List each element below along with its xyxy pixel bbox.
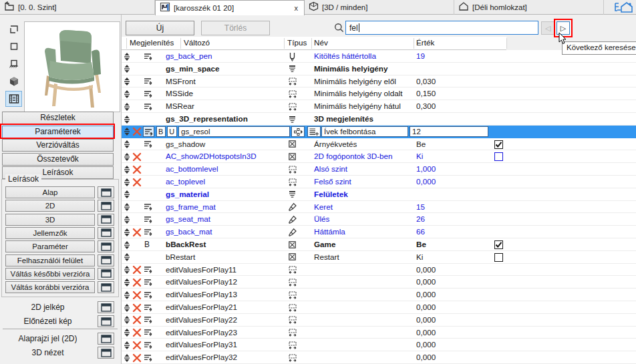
value-list-icon[interactable] — [307, 126, 321, 137]
delete-x-icon[interactable] — [132, 278, 142, 289]
script-button-3[interactable]: 3D — [5, 214, 95, 226]
open-window-button[interactable] — [98, 301, 114, 313]
display-icon[interactable] — [143, 202, 153, 212]
move-handle-icon[interactable] — [123, 353, 131, 364]
plan-2d-icon[interactable] — [5, 39, 22, 55]
integer-type-icon[interactable] — [291, 126, 305, 137]
display-name-input[interactable]: Ívek felbontása — [321, 126, 408, 137]
parameter-row[interactable]: gs_shadowÁrnyékvetésBe — [122, 138, 636, 151]
parameter-row[interactable]: BbBackRestGameBe — [122, 238, 636, 251]
move-handle-icon[interactable] — [123, 190, 131, 200]
parameter-row[interactable]: editValuesForPlay210,000 — [122, 301, 636, 314]
delete-x-icon[interactable] — [132, 353, 142, 364]
parameter-row[interactable]: ac_toplevelFelső szint0,000 — [122, 176, 636, 188]
display-icon[interactable] — [143, 89, 153, 100]
display-icon[interactable] — [143, 77, 153, 87]
parameter-row[interactable]: editValuesForPlay130,000 — [122, 289, 636, 301]
display-icon[interactable] — [143, 265, 153, 275]
open-window-button[interactable] — [98, 214, 114, 226]
variable-name-input[interactable]: gs_resol — [178, 126, 290, 137]
parameter-row[interactable]: MSRearMinimális helyigény hátul0,300 — [122, 100, 636, 113]
new-parameter-button[interactable]: Új — [126, 21, 194, 35]
move-handle-icon[interactable] — [123, 52, 131, 63]
value-input[interactable]: 12 — [410, 126, 488, 137]
display-icon[interactable] — [143, 353, 153, 363]
delete-x-icon[interactable] — [132, 152, 142, 163]
parameter-row[interactable]: editValuesForPlay110,000 — [122, 264, 636, 277]
display-icon[interactable] — [143, 102, 153, 112]
move-handle-icon[interactable] — [123, 278, 131, 289]
move-handle-icon[interactable] — [123, 140, 131, 150]
move-handle-icon[interactable] — [123, 240, 131, 251]
parameter-row[interactable]: ac_bottomlevelAlsó szint1,000 — [122, 163, 636, 176]
move-handle-icon[interactable] — [123, 178, 131, 188]
script-button-2[interactable]: 2D — [5, 200, 95, 212]
checkbox-unchecked[interactable] — [494, 152, 503, 161]
delete-x-icon[interactable] — [132, 328, 142, 339]
parameter-row[interactable]: gs_3D_representation3D megjelenítés — [122, 113, 636, 126]
parameter-row[interactable]: editValuesForPlay120,000 — [122, 276, 636, 289]
display-icon[interactable] — [143, 341, 153, 351]
move-handle-icon[interactable] — [123, 341, 131, 351]
move-handle-icon[interactable] — [123, 127, 131, 138]
tab-close-icon[interactable]: x — [293, 4, 301, 12]
move-handle-icon[interactable] — [123, 265, 131, 276]
sidebar-button-összetevők[interactable]: Összetevők — [2, 153, 114, 166]
display-icon[interactable] — [143, 291, 153, 301]
checkbox-checked[interactable] — [494, 240, 503, 249]
delete-x-icon[interactable] — [132, 228, 142, 238]
bold-toggle-button[interactable]: B — [156, 126, 166, 137]
tab-3[interactable]: [3D / minden] — [305, 0, 454, 15]
delete-x-icon[interactable] — [132, 303, 142, 314]
move-handle-icon[interactable] — [123, 228, 131, 238]
move-handle-icon[interactable] — [123, 252, 131, 263]
display-icon[interactable] — [143, 140, 153, 150]
script-button-8[interactable]: Váltás korábbi verzióra — [5, 281, 95, 293]
open-window-button[interactable] — [98, 186, 114, 198]
parameter-list-icon[interactable] — [5, 91, 22, 107]
sidebar-button-paraméterek[interactable]: Paraméterek — [2, 126, 114, 138]
parameter-row[interactable]: MSSideMinimális helyigény oldalt0,150 — [122, 87, 636, 100]
open-window-button[interactable] — [98, 240, 114, 252]
delete-x-icon[interactable] — [132, 127, 142, 138]
sidebar-button-részletek[interactable]: Részletek — [2, 112, 114, 124]
display-icon[interactable] — [143, 52, 153, 62]
script-button-4[interactable]: Jellemzők — [5, 227, 95, 239]
display-icon[interactable] — [143, 328, 153, 338]
move-handle-icon[interactable] — [123, 64, 131, 75]
move-handle-icon[interactable] — [123, 315, 131, 326]
open-window-button[interactable] — [98, 200, 114, 212]
move-handle-icon[interactable] — [123, 215, 131, 226]
open-window-button[interactable] — [98, 315, 114, 327]
script-button-5[interactable]: Paraméter — [5, 240, 95, 252]
display-toggle-button[interactable] — [143, 126, 154, 137]
parameter-row[interactable]: gs_frame_matKeret15 — [122, 201, 636, 214]
delete-x-icon[interactable] — [132, 341, 142, 351]
open-window-button[interactable] — [98, 281, 114, 293]
parameter-row[interactable]: gs_materialFelületek — [122, 188, 636, 201]
parameter-row[interactable]: editValuesForPlay220,000 — [122, 314, 636, 327]
parameter-row[interactable]: AC_show2DHotspotsIn3D2D fogópontok 3D-be… — [122, 150, 636, 163]
parameter-row[interactable]: gs_back_penKitöltés háttértolla19 — [122, 50, 636, 63]
open-window-button[interactable] — [98, 347, 114, 359]
parameter-row[interactable]: bRestartRestartKi — [122, 251, 636, 264]
parameter-row[interactable]: editValuesForPlay320,000 — [122, 351, 636, 364]
open-window-button[interactable] — [98, 254, 114, 266]
parameter-row[interactable]: gs_back_matHáttámla66 — [122, 226, 636, 238]
open-window-button[interactable] — [98, 268, 114, 280]
script-button-6[interactable]: Felhasználói felület — [5, 254, 95, 266]
parameter-row-editing[interactable]: BUgs_resolÍvek felbontása12 — [122, 126, 636, 138]
delete-x-icon[interactable] — [132, 291, 142, 301]
delete-parameter-button[interactable]: Törlés — [201, 21, 270, 35]
tab-1[interactable]: [0. 0. Szint] — [0, 0, 155, 15]
move-handle-icon[interactable] — [123, 291, 131, 301]
move-handle-icon[interactable] — [123, 152, 131, 163]
checkbox-unchecked[interactable] — [494, 253, 503, 262]
display-icon[interactable] — [143, 228, 153, 238]
navigator-icon[interactable] — [612, 1, 635, 14]
move-handle-icon[interactable] — [123, 77, 131, 87]
cube-3d-icon[interactable] — [5, 73, 22, 89]
section-icon[interactable] — [5, 56, 22, 72]
sidebar-button-verzióváltás[interactable]: Verzióváltás — [2, 139, 114, 152]
find-previous-button[interactable]: ◁ — [541, 21, 554, 35]
